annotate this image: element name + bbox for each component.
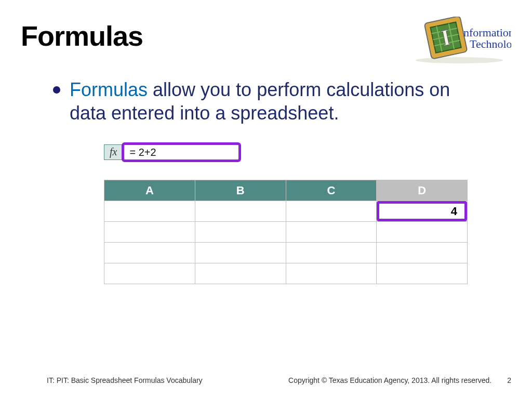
spreadsheet-table: A B C D 4 xyxy=(104,180,468,284)
active-cell-value: 4 xyxy=(377,201,467,221)
bullet-dot-icon xyxy=(53,86,60,94)
cell[interactable] xyxy=(377,243,468,263)
col-header-d[interactable]: D xyxy=(377,180,468,201)
col-header-b[interactable]: B xyxy=(195,180,286,201)
bullet-item: Formulas allow you to perform calculatio… xyxy=(53,78,490,125)
footer-page-number: 2 xyxy=(507,376,511,384)
svg-point-0 xyxy=(416,57,503,63)
footer-right: Copyright © Texas Education Agency, 2013… xyxy=(288,376,491,384)
slide-footer: IT: PIT: Basic Spreadsheet Formulas Voca… xyxy=(0,376,532,384)
footer-left: IT: PIT: Basic Spreadsheet Formulas Voca… xyxy=(47,376,203,384)
cell[interactable] xyxy=(377,263,468,284)
cell[interactable] xyxy=(195,222,286,243)
active-cell[interactable]: 4 xyxy=(377,201,468,222)
cell[interactable] xyxy=(377,222,468,243)
cell[interactable] xyxy=(104,201,195,222)
cell[interactable] xyxy=(195,201,286,222)
table-row xyxy=(104,263,468,284)
cell[interactable] xyxy=(104,263,195,284)
cell[interactable] xyxy=(104,222,195,243)
bullet-text: Formulas allow you to perform calculatio… xyxy=(70,78,490,125)
cell[interactable] xyxy=(104,243,195,263)
table-row xyxy=(104,243,468,263)
table-row xyxy=(104,222,468,243)
slide-title: Formulas xyxy=(21,20,143,52)
cell[interactable] xyxy=(195,263,286,284)
cell[interactable] xyxy=(286,201,377,222)
col-header-c[interactable]: C xyxy=(286,180,377,201)
col-header-a[interactable]: A xyxy=(104,180,195,201)
fx-label: fx xyxy=(104,144,123,160)
cell[interactable] xyxy=(195,243,286,263)
bullet-keyword: Formulas xyxy=(70,79,148,100)
table-row: 4 xyxy=(104,201,468,222)
cell[interactable] xyxy=(286,263,377,284)
cell[interactable] xyxy=(286,243,377,263)
it-logo: I nformation Technology xyxy=(407,17,511,63)
logo-text-2: Technology xyxy=(470,37,511,50)
formula-bar[interactable]: = 2+2 xyxy=(122,142,241,162)
cell[interactable] xyxy=(286,222,377,243)
